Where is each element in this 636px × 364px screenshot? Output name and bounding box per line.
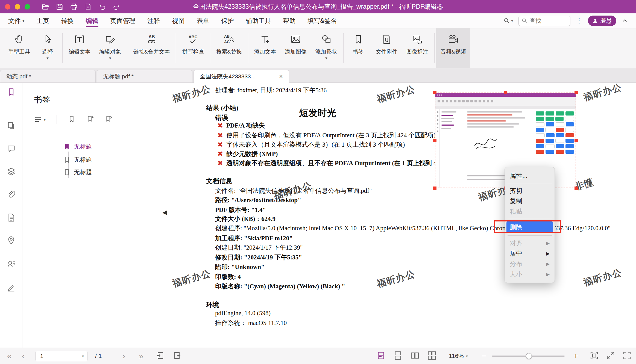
first-page-button[interactable]: « [7,352,12,360]
open-file-icon[interactable] [42,3,49,11]
zoom-out-button[interactable]: − [482,352,486,360]
menu-convert[interactable]: 转换 [61,13,74,28]
expand-bookmark-icon[interactable] [68,115,75,124]
bookmark-item-label: 无标题 [74,168,92,176]
chevron-down-icon[interactable]: ▾ [82,354,84,358]
menu-item-properties[interactable]: 属性... [505,170,555,181]
tool-audio-video[interactable]: 音频&视频 [436,28,470,68]
menu-view[interactable]: 视图 [172,13,185,28]
view-mode-continuous-icon[interactable] [394,351,402,361]
selection-handle[interactable] [504,91,507,94]
next-view-icon[interactable] [173,351,181,361]
menu-separator [508,219,552,219]
expand-view-icon[interactable] [606,351,615,361]
selection-handle[interactable] [433,139,436,142]
menu-edit[interactable]: 编辑 [86,13,98,28]
zoom-in-button[interactable]: + [573,352,578,360]
bookmark-item[interactable]: 无标题 [63,156,92,164]
delete-bookmark-icon[interactable] [105,115,113,124]
tool-edit-object[interactable]: 编辑对象 ▾ [95,28,125,68]
export-icon[interactable] [84,3,92,11]
previous-page-button[interactable]: ‹ [22,352,25,360]
bookmark-item[interactable]: 无标题 [63,143,92,151]
document-page[interactable]: 福昕办公 福昕办公 福昕办公 福昕办公 福昕办公 福昕办公 福昕办公 福昕办公 … [168,83,636,348]
redo-icon[interactable] [113,3,120,11]
menu-item-center[interactable]: 居中▶ [505,248,555,259]
menu-item-copy[interactable]: 复制 [505,196,555,206]
menu-file[interactable]: 文件▾ [8,13,25,28]
location-panel-icon[interactable] [7,236,16,246]
destinations-panel-icon[interactable] [7,213,16,223]
zoom-level-dropdown[interactable]: 116%▾ [449,353,468,360]
search-toggle-icon[interactable]: ▾ [503,17,513,24]
bookmarks-panel-icon[interactable] [6,87,16,98]
menu-comment[interactable]: 注释 [148,13,160,28]
bookmark-item[interactable]: 无标题 [63,168,92,176]
next-page-button[interactable]: › [122,352,125,360]
selection-handle[interactable] [433,91,436,94]
tab-document-2[interactable]: 无标题.pdf * [97,70,192,82]
tool-bookmark[interactable]: 书签 [345,28,371,68]
collapse-panel-handle[interactable]: ◀ [162,209,167,216]
submenu-arrow-icon: ▶ [546,251,550,256]
fit-page-icon[interactable] [590,351,599,361]
previous-view-icon[interactable] [156,351,164,361]
view-mode-facing-icon[interactable] [411,351,419,361]
menu-form[interactable]: 表单 [197,13,209,28]
menu-home[interactable]: 主页 [37,13,49,28]
bookmark-list-options-icon[interactable]: ▾ [34,116,46,124]
pages-panel-icon[interactable] [7,121,16,131]
tool-spell-check[interactable]: ABC 拼写检查 [178,28,208,68]
tool-image-annotation[interactable]: 图像标注 [402,28,433,68]
undo-icon[interactable] [98,3,106,11]
user-account-chip[interactable]: 若愚 [588,16,616,26]
collapse-ribbon-icon[interactable] [622,18,628,24]
ribbon-separator [210,33,210,63]
digital-id-panel-icon[interactable] [7,259,16,270]
minimize-window-button[interactable] [15,4,20,10]
tool-edit-text[interactable]: 编辑文本 [64,28,95,68]
fullscreen-icon[interactable] [623,351,631,361]
tool-add-image[interactable]: 添加图像 [280,28,311,68]
save-icon[interactable] [56,3,63,11]
selection-handle[interactable] [575,139,578,142]
main-area: 书签 ▾ 无标题 无标题 无标题 ◀ [0,83,636,348]
comments-panel-icon[interactable] [7,144,16,154]
tab-document-1[interactable]: 动态.pdf * [0,70,96,82]
menu-help[interactable]: 帮助 [283,13,296,28]
page-number-input[interactable] [36,353,69,359]
watermark: 福昕办公 [582,266,623,289]
tool-label: 拼写检查 [182,48,204,55]
tool-add-shape[interactable]: 添加形状 ▾ [311,28,342,68]
menu-fill-sign[interactable]: 填写&签名 [308,13,337,28]
add-bookmark-icon[interactable] [86,115,94,124]
view-mode-facing-continuous-icon[interactable] [427,351,436,361]
selection-handle[interactable] [433,187,436,190]
selection-handle[interactable] [575,187,578,190]
menu-protect[interactable]: 保护 [221,13,234,28]
print-icon[interactable] [70,3,78,11]
tool-file-attachment[interactable]: 文件附件 [371,28,402,68]
tool-link-join-text[interactable]: AB 链接&合并文本 [129,28,174,68]
menu-accessibility[interactable]: 辅助工具 [246,13,271,28]
zoom-slider-knob[interactable] [526,353,532,359]
selection-handle[interactable] [575,91,578,94]
tool-add-text[interactable]: 添加文本 [250,28,280,68]
tool-hand[interactable]: 手型工具 [4,28,34,68]
close-window-button[interactable] [5,4,10,10]
search-input[interactable] [530,17,565,24]
attachments-panel-icon[interactable] [7,190,16,200]
layers-panel-icon[interactable] [7,167,16,177]
menu-item-cut[interactable]: 剪切 [505,185,555,196]
signature-panel-icon[interactable] [7,283,16,293]
more-options-icon[interactable]: ⋮ [576,17,582,25]
error-line: ✖缺少元数据 (XMP) [217,150,278,158]
tool-search-replace[interactable]: ABAC 搜索&替换 [212,28,246,68]
menu-page-management[interactable]: 页面管理 [110,13,136,28]
close-tab-icon[interactable]: × [279,73,283,80]
last-page-button[interactable]: » [139,352,143,360]
tool-select[interactable]: 选择 ▾ [34,28,61,68]
view-mode-single-icon[interactable] [377,351,385,361]
tab-document-3[interactable]: 全国法院失4233333... × [194,70,289,83]
zoom-window-button[interactable] [25,4,30,10]
